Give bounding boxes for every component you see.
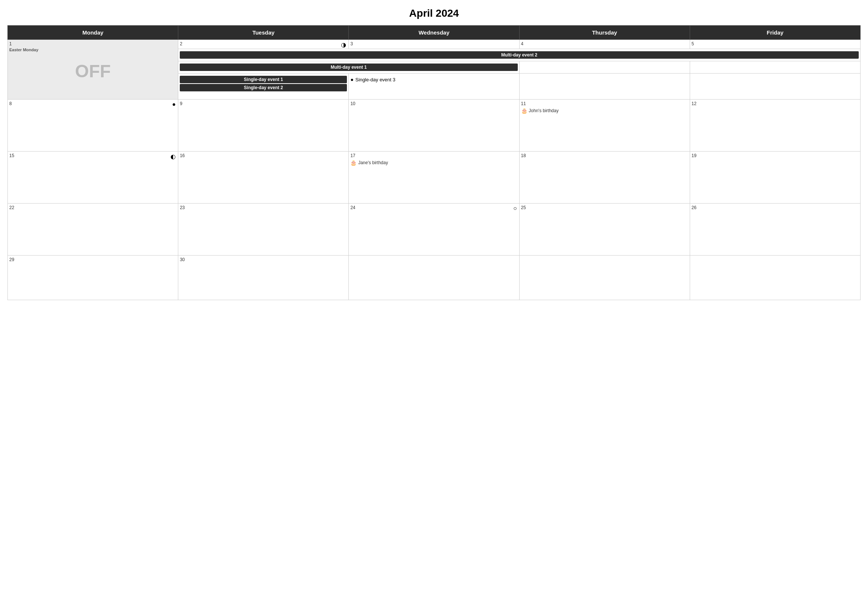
day-cell-25: 25 [519,203,690,256]
day-cell-30: 30 [178,256,349,300]
date-number-29: 29 [9,257,177,262]
date-number-4: 4 [521,41,688,47]
header-wednesday: Wednesday [349,26,519,40]
event-label: Single-day event 3 [355,77,395,82]
week-1-dates-row: 1 Easter Monday OFF 2 ◑ 345 [8,40,860,49]
header-thursday: Thursday [519,26,690,40]
date-number-22: 22 [9,205,177,210]
day-cell-10: 10 [349,99,519,152]
date-number-2: 2 [180,41,347,47]
date-number-5: 5 [691,41,859,47]
date-number-18: 18 [521,153,688,158]
day-cell-23: 23 [178,203,349,256]
single-day-tue-cell: Single-day event 1 Single-day event 2 [178,74,349,99]
single-day-fri-cell [690,74,860,99]
empty-fri-week1 [690,61,860,74]
birthday-icon: 🎂 [350,160,356,166]
multi-day-event-2-cell[interactable]: Multi-day event 2 [178,49,860,61]
single-day-thu-cell [519,74,690,99]
day-cell-3: 3 [349,40,519,49]
header-monday: Monday [8,26,178,40]
birthday-event-11[interactable]: 🎂 John's birthday [521,108,688,114]
day-cell-2: 2 ◑ [178,40,349,49]
date-number-25: 25 [521,205,688,210]
dot-icon: ● [350,76,353,82]
holiday-label: Easter Monday [9,48,38,52]
multi-day-event-2[interactable]: Multi-day event 2 [180,51,859,59]
date-number-30: 30 [180,257,347,262]
date-number-3: 3 [350,41,518,47]
single-day-event-3[interactable]: ● Single-day event 3 [350,76,518,82]
date-number-1: 1 [9,41,177,47]
empty-day-w5-d2 [349,256,519,300]
day-cell-26: 26 [690,203,860,256]
day-cell-15: 15◐ [8,152,178,203]
single-day-event-1[interactable]: Single-day event 1 [180,76,347,83]
day-cell-1: 1 Easter Monday OFF [8,40,178,99]
multi-day-event-1[interactable]: Multi-day event 1 [180,64,518,71]
calendar-table: Monday Tuesday Wednesday Thursday Friday… [8,25,860,300]
date-number-15: 15 [9,153,177,158]
date-number-23: 23 [180,205,347,210]
date-number-12: 12 [691,101,859,106]
header-row: Monday Tuesday Wednesday Thursday Friday [8,26,860,40]
week-2-row: 8●91011 🎂 John's birthday 12 [8,99,860,152]
multi-day-event-1-cell[interactable]: Multi-day event 1 [178,61,519,74]
date-number-17: 17 [350,153,518,158]
birthday-label: Jane's birthday [358,160,388,165]
moon-icon-15: ◐ [170,153,176,160]
date-number-16: 16 [180,153,347,158]
day-cell-11: 11 🎂 John's birthday [519,99,690,152]
date-number-26: 26 [691,205,859,210]
off-label: OFF [9,53,177,90]
day-cell-22: 22 [8,203,178,256]
header-tuesday: Tuesday [178,26,349,40]
empty-day-w5-d3 [519,256,690,300]
day-cell-4: 4 [519,40,690,49]
calendar-title: April 2024 [8,8,860,19]
date-number-24: 24 [350,205,518,210]
single-day-wed-cell: ● Single-day event 3 [349,74,519,99]
date-number-9: 9 [180,101,347,106]
day-cell-5: 5 [690,40,860,49]
day-cell-12: 12 [690,99,860,152]
week-4-row: 222324○2526 [8,203,860,256]
day-cell-29: 29 [8,256,178,300]
week-3-row: 15◐1617 🎂 Jane's birthday 1819 [8,152,860,203]
day-cell-8: 8● [8,99,178,152]
day-cell-18: 18 [519,152,690,203]
day-cell-16: 16 [178,152,349,203]
empty-day-w5-d4 [690,256,860,300]
birthday-icon: 🎂 [521,108,527,114]
day-cell-9: 9 [178,99,349,152]
day-cell-24: 24○ [349,203,519,256]
date-number-19: 19 [691,153,859,158]
single-day-event-2[interactable]: Single-day event 2 [180,84,347,91]
moon-icon-8: ● [172,101,176,108]
moon-icon-2: ◑ [341,41,346,48]
empty-thu-week1 [519,61,690,74]
moon-icon-24: ○ [513,205,517,212]
date-number-8: 8 [9,101,177,106]
date-number-10: 10 [350,101,518,106]
date-number-11: 11 [521,101,688,106]
day-cell-17: 17 🎂 Jane's birthday [349,152,519,203]
header-friday: Friday [690,26,860,40]
birthday-label: John's birthday [529,108,559,113]
week-5-row: 2930 [8,256,860,300]
day-cell-19: 19 [690,152,860,203]
birthday-event-17[interactable]: 🎂 Jane's birthday [350,160,518,166]
